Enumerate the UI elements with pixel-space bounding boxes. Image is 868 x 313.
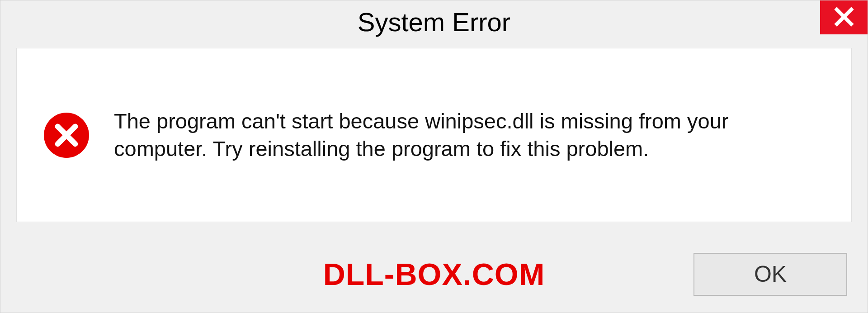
ok-button[interactable]: OK	[693, 253, 847, 296]
dialog-title: System Error	[358, 7, 510, 37]
watermark-text: DLL-BOX.COM	[323, 256, 545, 292]
close-icon	[833, 6, 855, 29]
titlebar: System Error	[0, 0, 868, 43]
content-area: The program can't start because winipsec…	[16, 48, 852, 222]
dialog-footer: DLL-BOX.COM OK	[0, 236, 868, 313]
system-error-dialog: System Error The program can't start bec…	[0, 0, 868, 313]
close-button[interactable]	[820, 0, 868, 34]
error-icon	[44, 113, 89, 158]
error-message: The program can't start because winipsec…	[114, 108, 824, 162]
error-circle-x-icon	[44, 113, 89, 158]
